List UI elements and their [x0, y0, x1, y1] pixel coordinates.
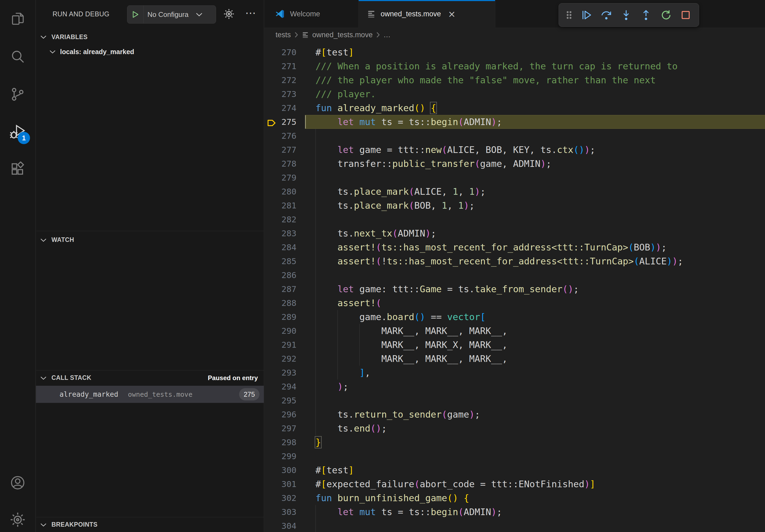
code-line[interactable]: 277 let game = ttt::new(ALICE, BOB, KEY,…: [264, 143, 765, 157]
continue-icon[interactable]: [576, 5, 596, 25]
code-line[interactable]: 279: [264, 171, 765, 184]
run-and-debug-icon[interactable]: [0, 116, 35, 148]
line-number[interactable]: 289: [264, 310, 297, 324]
line-number[interactable]: 303: [264, 505, 297, 519]
restart-icon[interactable]: [656, 5, 676, 25]
code-line[interactable]: 271/// When a position is already marked…: [264, 59, 765, 73]
code-line[interactable]: 302fun burn_unfinished_game() {: [264, 491, 765, 505]
breadcrumb-folder[interactable]: tests: [276, 31, 291, 39]
code-line[interactable]: 282: [264, 212, 765, 226]
line-number[interactable]: 273: [264, 87, 297, 101]
code-line[interactable]: 298}: [264, 435, 765, 449]
explorer-icon[interactable]: [0, 3, 35, 35]
line-number[interactable]: 290: [264, 324, 297, 338]
code-line[interactable]: 287 let game: ttt::Game = ts.take_from_s…: [264, 282, 765, 296]
code-line[interactable]: 270#[test]: [264, 45, 765, 59]
tab-welcome[interactable]: Welcome: [264, 0, 359, 28]
code-line[interactable]: 278 transfer::public_transfer(game, ADMI…: [264, 157, 765, 171]
line-number[interactable]: 304: [264, 519, 297, 532]
code-line[interactable]: 276: [264, 129, 765, 143]
line-number[interactable]: 270: [264, 45, 297, 59]
line-number[interactable]: 285: [264, 254, 297, 268]
line-number[interactable]: 288: [264, 296, 297, 310]
line-number[interactable]: 294: [264, 380, 297, 394]
line-number[interactable]: 281: [264, 198, 297, 212]
start-debug-dropdown[interactable]: No Configura: [127, 5, 216, 24]
code-line[interactable]: 300#[test]: [264, 463, 765, 477]
line-number[interactable]: 293: [264, 366, 297, 380]
line-number[interactable]: 271: [264, 59, 297, 73]
line-number[interactable]: 298: [264, 435, 297, 449]
code-line[interactable]: 285 assert!(!ts::has_most_recent_for_add…: [264, 254, 765, 268]
line-number[interactable]: 275: [264, 115, 297, 129]
section-variables[interactable]: VARIABLES: [36, 30, 264, 45]
line-number[interactable]: 276: [264, 129, 297, 143]
line-number[interactable]: 292: [264, 352, 297, 366]
line-number[interactable]: 295: [264, 394, 297, 407]
code-line[interactable]: 303 let mut ts = ts::begin(ADMIN);: [264, 505, 765, 519]
variables-scope-row[interactable]: locals: already_marked: [36, 45, 264, 59]
code-line[interactable]: 286: [264, 268, 765, 282]
line-number[interactable]: 287: [264, 282, 297, 296]
line-number[interactable]: 277: [264, 143, 297, 157]
more-actions-icon[interactable]: ⋯: [242, 5, 260, 21]
code-editor[interactable]: 270#[test]271/// When a position is alre…: [264, 42, 765, 532]
tab-owned-tests[interactable]: owned_tests.move ×: [359, 0, 495, 28]
code-line[interactable]: 304: [264, 519, 765, 532]
configuration-label[interactable]: No Configura: [147, 10, 195, 19]
line-number[interactable]: 291: [264, 338, 297, 352]
line-number[interactable]: 296: [264, 407, 297, 421]
code-line[interactable]: 280 ts.place_mark(ALICE, 1, 1);: [264, 184, 765, 198]
code-line[interactable]: 281 ts.place_mark(BOB, 1, 1);: [264, 198, 765, 212]
line-number[interactable]: 283: [264, 226, 297, 240]
line-number[interactable]: 286: [264, 268, 297, 282]
code-line[interactable]: 294 );: [264, 380, 765, 394]
code-line[interactable]: 290 MARK__, MARK__, MARK__,: [264, 324, 765, 338]
line-number[interactable]: 299: [264, 449, 297, 463]
debug-settings-gear-icon[interactable]: [221, 6, 237, 22]
line-number[interactable]: 272: [264, 73, 297, 87]
stack-frame-row[interactable]: already_marked owned_tests.move 275: [36, 386, 264, 403]
code-line[interactable]: 299: [264, 449, 765, 463]
code-line[interactable]: 295: [264, 394, 765, 407]
code-line[interactable]: 292 MARK__, MARK__, MARK__,: [264, 352, 765, 366]
source-control-icon[interactable]: [0, 78, 35, 111]
line-number[interactable]: 300: [264, 463, 297, 477]
step-into-icon[interactable]: [616, 5, 636, 25]
account-icon[interactable]: [0, 467, 35, 499]
line-number[interactable]: 301: [264, 477, 297, 491]
code-line[interactable]: 272/// the player who made the "false" m…: [264, 73, 765, 87]
settings-gear-icon[interactable]: [0, 504, 35, 532]
start-debug-icon[interactable]: [127, 10, 143, 19]
line-number[interactable]: 302: [264, 491, 297, 505]
toolbar-drag-handle-icon[interactable]: [561, 10, 576, 20]
step-over-icon[interactable]: [596, 5, 616, 25]
line-number[interactable]: 279: [264, 171, 297, 184]
code-line[interactable]: 275 let mut ts = ts::begin(ADMIN);: [264, 115, 765, 129]
code-line[interactable]: 273/// player.: [264, 87, 765, 101]
line-number[interactable]: 284: [264, 240, 297, 254]
line-number[interactable]: 280: [264, 184, 297, 198]
stop-icon[interactable]: [676, 5, 696, 25]
line-number[interactable]: 278: [264, 157, 297, 171]
extensions-icon[interactable]: [0, 153, 35, 185]
code-line[interactable]: 283 ts.next_tx(ADMIN);: [264, 226, 765, 240]
search-icon[interactable]: [0, 41, 35, 73]
code-line[interactable]: 284 assert!(ts::has_most_recent_for_addr…: [264, 240, 765, 254]
code-line[interactable]: 274fun already_marked() {: [264, 101, 765, 115]
breadcrumb-file[interactable]: owned_tests.move: [312, 31, 373, 39]
section-call-stack[interactable]: CALL STACK Paused on entry: [36, 370, 264, 385]
close-icon[interactable]: ×: [448, 9, 456, 19]
line-number[interactable]: 274: [264, 101, 297, 115]
step-out-icon[interactable]: [636, 5, 656, 25]
section-watch[interactable]: WATCH: [36, 231, 264, 249]
line-number[interactable]: 282: [264, 212, 297, 226]
code-line[interactable]: 301#[expected_failure(abort_code = ttt::…: [264, 477, 765, 491]
code-line[interactable]: 296 ts.return_to_sender(game);: [264, 407, 765, 421]
code-line[interactable]: 291 MARK__, MARK_X, MARK__,: [264, 338, 765, 352]
line-number[interactable]: 297: [264, 421, 297, 435]
code-line[interactable]: 293 ],: [264, 366, 765, 380]
section-breakpoints[interactable]: BREAKPOINTS: [36, 517, 264, 532]
breadcrumb-symbol[interactable]: …: [383, 31, 390, 39]
code-line[interactable]: 288 assert!(: [264, 296, 765, 310]
